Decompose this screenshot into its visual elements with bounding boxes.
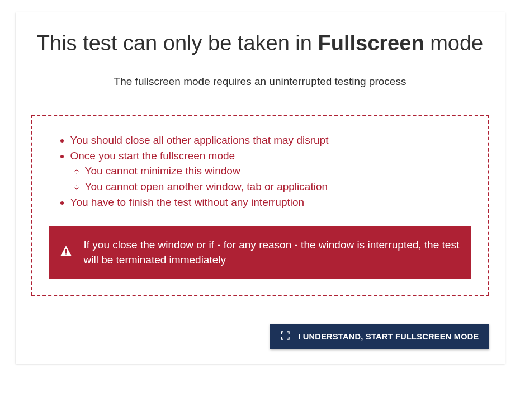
alert-text: If you close the window or if - for any … [84,237,461,268]
rule-subitem: You cannot open another window, tab or a… [85,179,471,195]
fullscreen-icon [280,331,290,342]
rules-box: You should close all other applications … [31,115,489,296]
subtitle: The fullscreen mode requires an uninterr… [31,75,489,88]
svg-rect-1 [65,254,67,255]
termination-alert: If you close the window or if - for any … [49,226,471,279]
page-title: This test can only be taken in Fullscree… [31,31,489,55]
title-suffix: mode [424,31,484,55]
start-button-label: I UNDERSTAND, START FULLSCREEN MODE [298,332,479,341]
rule-item: You have to finish the test without any … [70,195,471,210]
rule-subitem: You cannot minimize this window [85,163,471,179]
button-row: I UNDERSTAND, START FULLSCREEN MODE [31,324,489,349]
fullscreen-notice-card: This test can only be taken in Fullscree… [16,12,505,364]
title-prefix: This test can only be taken in [37,31,318,55]
title-bold: Fullscreen [318,31,424,55]
svg-rect-0 [65,249,67,253]
rule-item-text: Once you start the fullscreen mode [70,150,235,162]
start-fullscreen-button[interactable]: I UNDERSTAND, START FULLSCREEN MODE [270,324,489,349]
rule-item: You should close all other applications … [70,133,471,148]
rule-item: Once you start the fullscreen mode You c… [70,148,471,195]
rules-list: You should close all other applications … [49,133,471,210]
rules-sublist: You cannot minimize this window You cann… [70,163,471,194]
warning-icon [59,244,73,260]
